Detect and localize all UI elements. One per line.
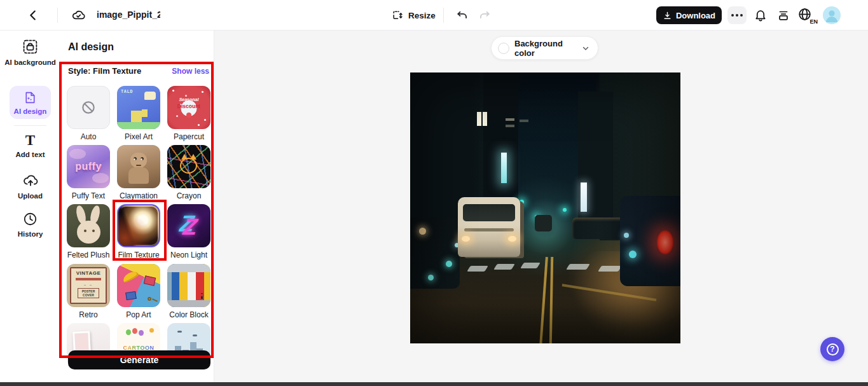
style-label: Papercut	[167, 132, 210, 141]
thumb-text: Discount	[167, 103, 210, 109]
undo-button[interactable]	[454, 8, 469, 23]
style-label: Claymation	[117, 191, 160, 200]
avatar[interactable]	[823, 6, 841, 24]
generate-button[interactable]: Generate	[68, 350, 210, 369]
color-swatch	[498, 43, 509, 54]
ai-background-icon	[22, 38, 39, 55]
sidebar-item-add-text[interactable]: T Add text	[0, 134, 60, 159]
style-label: Color Block	[167, 310, 210, 319]
question-icon: ?	[827, 343, 839, 355]
sidebar-divider	[14, 125, 46, 126]
background-color-label: Background color	[514, 39, 576, 58]
resize-label: Resize	[408, 11, 436, 20]
style-thumb-pop-art[interactable]	[117, 264, 160, 307]
style-option-pop-art[interactable]: Pop Art	[117, 264, 160, 319]
sidebar-item-ai-background[interactable]: AI background	[0, 38, 60, 67]
style-thumb-papercut[interactable]: Seasonal Discount	[167, 86, 210, 129]
sidebar-label: Add text	[3, 151, 58, 159]
download-button[interactable]: Download	[656, 6, 722, 24]
sidebar-label: AI design	[14, 107, 47, 115]
topbar-divider	[443, 8, 444, 23]
style-thumb-neon-light[interactable]: Z Z	[167, 204, 210, 247]
style-option-papercut[interactable]: Seasonal Discount Papercut	[167, 86, 210, 141]
thumb-text: TALD	[121, 89, 133, 94]
style-label: Crayon	[167, 191, 210, 200]
style-thumb-retro[interactable]: VINTAGE ~ ~ POSTER COVER	[67, 264, 110, 307]
print-button[interactable]	[776, 8, 791, 23]
printer-icon	[776, 8, 790, 22]
file-name[interactable]: image_Pippit_20	[97, 10, 160, 20]
style-option-claymation[interactable]: Claymation	[117, 145, 160, 200]
download-label: Download	[676, 11, 715, 20]
canvas-area[interactable]: Background color	[214, 31, 868, 382]
undo-icon	[455, 9, 469, 22]
thumb-text: Z	[182, 216, 198, 238]
sidebar-label: Upload	[3, 192, 58, 200]
tool-sidebar: AI background AI design T Add text Uploa…	[0, 31, 60, 382]
style-option-pixel-art[interactable]: TALD Pixel Art	[117, 86, 160, 141]
ai-design-panel: AI design Style: Film Texture Show less …	[60, 31, 214, 382]
dots-icon	[731, 14, 734, 17]
style-option-neon-light[interactable]: Z Z Neon Light	[167, 204, 210, 259]
style-label: Film Texture	[117, 251, 160, 259]
style-label: Auto	[67, 132, 110, 141]
style-thumb-crayon[interactable]	[167, 145, 210, 188]
thumb-text: VINTAGE	[67, 270, 110, 276]
download-icon	[663, 11, 672, 20]
more-options-button[interactable]	[727, 6, 747, 24]
style-option-auto[interactable]: Auto	[67, 86, 110, 141]
style-thumb-auto[interactable]	[67, 86, 110, 129]
notifications-button[interactable]	[753, 8, 768, 23]
sidebar-item-ai-design[interactable]: AI design	[10, 86, 51, 119]
history-icon	[22, 211, 38, 227]
bottom-strip	[0, 382, 868, 386]
redo-button[interactable]	[477, 8, 492, 23]
language-button[interactable]: EN	[797, 7, 816, 24]
cloud-saved-icon	[71, 8, 86, 23]
style-thumb-puffy-text[interactable]: puffy	[67, 145, 110, 188]
style-thumb-pixel-art[interactable]: TALD	[117, 86, 160, 129]
upload-icon	[22, 172, 39, 189]
back-button[interactable]	[25, 8, 41, 23]
thumb-text: POSTER COVER	[78, 288, 99, 298]
style-thumb-felted-plush[interactable]	[67, 204, 110, 247]
add-text-icon: T	[25, 134, 35, 148]
style-option-color-block[interactable]: Color Block	[167, 264, 210, 319]
user-icon	[823, 6, 841, 24]
sidebar-item-history[interactable]: History	[0, 211, 60, 238]
sidebar-label: AI background	[3, 59, 58, 67]
background-color-dropdown[interactable]: Background color	[491, 36, 598, 60]
style-label: Puffy Text	[67, 191, 110, 200]
thumb-text: puffy	[75, 161, 102, 172]
canvas-image-night-street[interactable]	[410, 72, 680, 343]
show-less-link[interactable]: Show less	[172, 67, 209, 76]
style-label: Pixel Art	[117, 132, 160, 141]
style-thumb-claymation[interactable]	[117, 145, 160, 188]
no-style-icon	[80, 99, 97, 116]
topbar: image_Pippit_20 Resize Download EN	[0, 0, 868, 31]
style-thumb-color-block[interactable]	[167, 264, 210, 307]
resize-icon	[392, 10, 404, 22]
chevron-down-icon	[581, 44, 590, 53]
style-option-retro[interactable]: VINTAGE ~ ~ POSTER COVER Retro	[67, 264, 110, 319]
style-option-film-texture[interactable]: Film Texture	[117, 204, 160, 259]
style-option-felted-plush[interactable]: Felted Plush	[67, 204, 110, 259]
style-option-crayon[interactable]: Crayon	[167, 145, 210, 200]
style-label: Neon Light	[167, 251, 210, 259]
ai-design-icon	[23, 90, 38, 105]
chevron-left-icon	[26, 8, 40, 22]
sidebar-label: History	[3, 230, 58, 238]
thumb-text: Seasonal	[167, 97, 210, 102]
bell-icon	[754, 8, 768, 22]
topbar-divider	[57, 8, 58, 23]
style-heading: Style: Film Texture	[68, 66, 141, 76]
style-label: Felted Plush	[67, 251, 110, 259]
style-option-puffy-text[interactable]: puffy Puffy Text	[67, 145, 110, 200]
language-label: EN	[809, 18, 818, 25]
help-button[interactable]: ?	[820, 337, 844, 361]
redo-icon	[478, 9, 492, 22]
style-label: Retro	[67, 310, 110, 319]
sidebar-item-upload[interactable]: Upload	[0, 172, 60, 200]
style-thumb-film-texture[interactable]	[117, 204, 160, 247]
resize-button[interactable]: Resize	[392, 6, 436, 24]
